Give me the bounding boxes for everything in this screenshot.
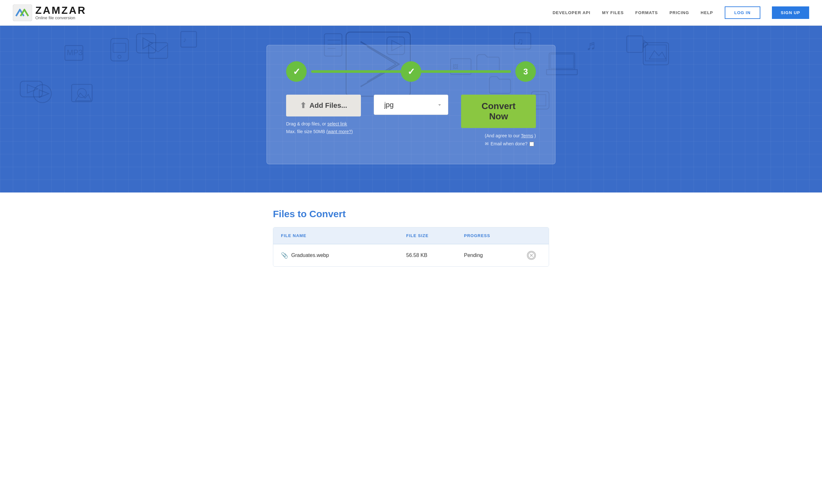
svg-rect-5 xyxy=(65,46,83,60)
step-1-circle: ✓ xyxy=(286,61,307,82)
svg-rect-1 xyxy=(136,34,156,53)
svg-marker-38 xyxy=(649,51,666,59)
sketch-video xyxy=(626,35,649,53)
email-when-done-label: Email when done? xyxy=(491,140,527,148)
svg-text:♬: ♬ xyxy=(586,38,596,53)
logo-text: ZAMZAR Online file conversion xyxy=(35,5,86,20)
sketch-yt xyxy=(19,80,43,98)
svg-rect-32 xyxy=(627,36,643,52)
sketch-music: ♬ xyxy=(584,35,604,55)
svg-marker-2 xyxy=(143,38,152,49)
logo-tagline: Online file conversion xyxy=(35,15,86,20)
logo-name: ZAMZAR xyxy=(35,5,86,15)
file-name-cell: 📎 Graduates.webp xyxy=(281,252,406,259)
step-1-checkmark: ✓ xyxy=(293,66,300,77)
svg-point-7 xyxy=(33,85,51,103)
files-table-header: FILE NAME FILE SIZE PROGRESS xyxy=(273,227,549,244)
sketch-email xyxy=(148,42,168,59)
svg-rect-34 xyxy=(20,81,42,97)
nav-pricing[interactable]: PRICING xyxy=(670,10,689,15)
files-table: FILE NAME FILE SIZE PROGRESS 📎 Graduates… xyxy=(273,227,549,267)
terms-hint-text: (And agree to our xyxy=(485,133,520,138)
file-progress-cell: Pending xyxy=(464,252,522,258)
nav-formats[interactable]: FORMATS xyxy=(636,10,658,15)
format-select[interactable]: jpg png gif bmp pdf mp3 mp4 avi mov docx xyxy=(374,95,449,115)
drag-hint-text: Drag & drop files, or xyxy=(286,121,326,126)
close-circle-icon xyxy=(528,252,535,259)
convert-now-button[interactable]: Convert Now xyxy=(461,95,536,128)
upload-icon: ⬆ xyxy=(300,101,306,110)
add-files-label: Add Files... xyxy=(310,101,347,110)
svg-rect-23 xyxy=(113,43,126,52)
select-link[interactable]: select link xyxy=(327,121,347,126)
step-2-checkmark: ✓ xyxy=(407,66,415,77)
converter-box: ✓ ✓ 3 ⬆ Add Files... Drag & drop files, … xyxy=(267,45,555,164)
sketch-ds xyxy=(109,37,130,63)
sketch-photo xyxy=(71,83,93,103)
terms-close: ) xyxy=(534,133,536,138)
files-title-highlight: Convert xyxy=(309,209,346,219)
svg-marker-33 xyxy=(644,40,648,47)
logo: ZAMZAR Online file conversion xyxy=(13,4,86,21)
hero-section: ♪ MP3 🖼 ♫ ♬ xyxy=(0,26,822,192)
svg-marker-35 xyxy=(27,85,38,93)
nav-help[interactable]: HELP xyxy=(701,10,713,15)
steps-indicator: ✓ ✓ 3 xyxy=(286,61,536,82)
email-checkbox[interactable] xyxy=(529,142,534,146)
want-more-link[interactable]: (want more?) xyxy=(326,129,353,134)
nav-developer-api[interactable]: DEVELOPER API xyxy=(552,10,590,15)
nav-my-files[interactable]: MY FILES xyxy=(602,10,624,15)
sketch-icon-1 xyxy=(135,32,157,55)
file-name: Graduates.webp xyxy=(291,252,329,258)
sketch-screen xyxy=(642,42,670,66)
format-column: jpg png gif bmp pdf mp3 mp4 avi mov docx xyxy=(374,95,449,115)
sketch-icon-3: MP3 xyxy=(64,45,83,61)
col-file-name: FILE NAME xyxy=(281,233,406,238)
paperclip-icon: 📎 xyxy=(281,252,288,259)
email-row: ✉ Email when done? xyxy=(485,140,536,148)
envelope-icon: ✉ xyxy=(485,140,489,148)
svg-marker-28 xyxy=(75,93,91,101)
controls-row: ⬆ Add Files... Drag & drop files, or sel… xyxy=(286,95,536,148)
files-title-plain: Files to xyxy=(273,209,307,219)
svg-rect-37 xyxy=(646,45,666,61)
terms-link[interactable]: Terms xyxy=(521,133,533,138)
add-files-column: ⬆ Add Files... Drag & drop files, or sel… xyxy=(286,95,361,136)
svg-rect-26 xyxy=(72,84,92,102)
svg-rect-3 xyxy=(181,31,196,47)
step-3-number: 3 xyxy=(523,67,528,77)
col-progress: PROGRESS xyxy=(464,233,522,238)
file-size-cell: 56.58 KB xyxy=(406,252,464,258)
file-remove-button[interactable] xyxy=(527,251,536,260)
svg-rect-25 xyxy=(149,43,167,58)
svg-marker-8 xyxy=(39,90,49,98)
files-section-title: Files to Convert xyxy=(273,209,549,219)
header: ZAMZAR Online file conversion DEVELOPER … xyxy=(0,0,822,26)
login-button[interactable]: LOG IN xyxy=(725,6,760,19)
logo-icon xyxy=(13,4,32,21)
main-nav: DEVELOPER API MY FILES FORMATS PRICING H… xyxy=(552,6,809,19)
max-size-text: Max. file size 50MB xyxy=(286,129,325,134)
svg-rect-36 xyxy=(643,43,669,65)
files-to-convert-section: Files to Convert FILE NAME FILE SIZE PRO… xyxy=(267,192,555,292)
col-action xyxy=(522,233,541,238)
step-3-circle: 3 xyxy=(515,61,536,82)
convert-column: Convert Now (And agree to our Terms ) ✉ … xyxy=(461,95,536,148)
add-files-hint: Drag & drop files, or select link Max. f… xyxy=(286,120,361,136)
step-2-circle: ✓ xyxy=(401,61,421,82)
convert-hints: (And agree to our Terms ) ✉ Email when d… xyxy=(485,132,536,148)
svg-rect-22 xyxy=(111,38,128,61)
svg-point-24 xyxy=(118,55,121,58)
sketch-icon-2: ♪ xyxy=(180,30,197,48)
svg-text:♪: ♪ xyxy=(183,36,186,44)
sketch-icon-4 xyxy=(32,83,53,104)
table-row: 📎 Graduates.webp 56.58 KB Pending xyxy=(273,244,549,266)
col-file-size: FILE SIZE xyxy=(406,233,464,238)
svg-text:MP3: MP3 xyxy=(67,48,82,57)
add-files-button[interactable]: ⬆ Add Files... xyxy=(286,95,361,116)
svg-point-27 xyxy=(77,89,86,98)
signup-button[interactable]: SIGN UP xyxy=(772,6,809,19)
file-remove-cell xyxy=(522,251,541,260)
